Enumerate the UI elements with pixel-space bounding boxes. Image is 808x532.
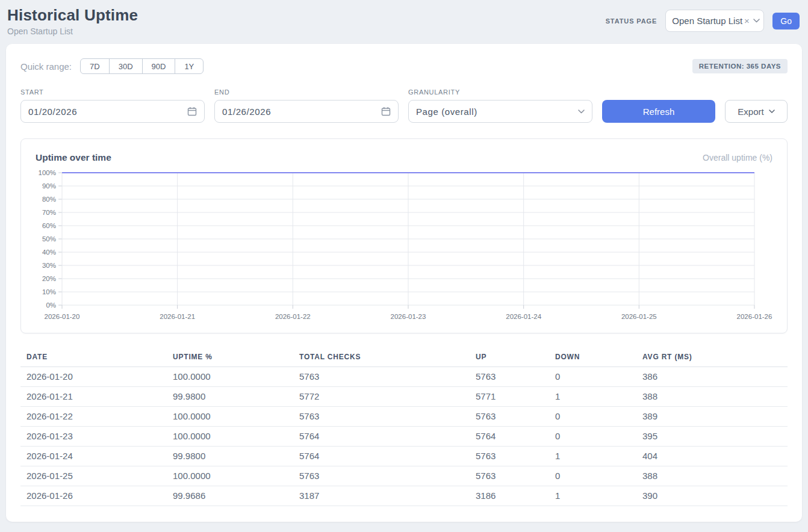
- quick-range-7d-button[interactable]: 7D: [80, 58, 110, 74]
- granularity-label: GRANULARITY: [408, 88, 592, 96]
- chevron-down-icon: [769, 110, 775, 113]
- table-row: 2026-01-2499.9800576457631404: [20, 447, 788, 466]
- end-date-value: 01/26/2026: [222, 107, 271, 117]
- y-axis-label: 100%: [39, 169, 56, 176]
- y-axis-label: 10%: [42, 288, 56, 295]
- x-axis-label: 2026-01-26: [737, 313, 772, 320]
- table-cell: 99.9800: [167, 447, 293, 466]
- refresh-button[interactable]: Refresh: [602, 100, 715, 123]
- uptime-table: DATEUPTIME %TOTAL CHECKSUPDOWNAVG RT (MS…: [20, 348, 788, 506]
- calendar-icon[interactable]: [187, 107, 197, 116]
- chevron-down-icon: [578, 110, 585, 114]
- table-cell: 3186: [470, 486, 549, 506]
- y-axis-label: 50%: [42, 235, 56, 243]
- y-axis-label: 40%: [42, 249, 56, 256]
- table-cell: 5764: [293, 427, 470, 447]
- uptime-table-container: DATEUPTIME %TOTAL CHECKSUPDOWNAVG RT (MS…: [20, 348, 788, 506]
- granularity-value: Page (overall): [416, 107, 477, 117]
- x-axis-label: 2026-01-23: [391, 313, 426, 320]
- retention-badge: RETENTION: 365 DAYS: [692, 59, 788, 73]
- chart-legend: Overall uptime (%): [703, 153, 772, 162]
- export-button[interactable]: Export: [725, 100, 788, 123]
- clear-selection-icon[interactable]: ×: [744, 16, 750, 26]
- end-date-field-group: END 01/26/2026: [214, 88, 399, 123]
- table-cell: 100.0000: [167, 367, 293, 387]
- table-cell: 404: [636, 447, 788, 466]
- table-cell: 99.9800: [167, 387, 293, 407]
- quick-range-90d-button[interactable]: 90D: [142, 58, 176, 74]
- table-row: 2026-01-23100.0000576457640395: [20, 427, 788, 447]
- table-row: 2026-01-25100.0000576357630388: [20, 466, 788, 486]
- quick-range-1y-button[interactable]: 1Y: [175, 58, 204, 74]
- status-page-select[interactable]: Open Startup List ×: [665, 10, 764, 32]
- table-cell: 5772: [293, 387, 470, 407]
- chevron-down-icon: [753, 19, 760, 23]
- title-block: Historical Uptime Open Startup List: [7, 6, 138, 36]
- table-cell: 2026-01-25: [20, 466, 167, 486]
- quick-range-row: Quick range: 7D30D90D1Y RETENTION: 365 D…: [20, 58, 788, 74]
- table-cell: 0: [549, 466, 636, 486]
- export-button-label: Export: [738, 107, 763, 117]
- x-axis-label: 2026-01-25: [621, 313, 657, 320]
- table-header-row: DATEUPTIME %TOTAL CHECKSUPDOWNAVG RT (MS…: [20, 348, 788, 367]
- chart-title: Uptime over time: [36, 152, 111, 163]
- table-cell: 2026-01-22: [20, 407, 167, 427]
- table-cell: 0: [549, 367, 636, 387]
- x-axis-label: 2026-01-24: [506, 313, 541, 320]
- y-axis-label: 20%: [42, 275, 56, 282]
- page-subtitle: Open Startup List: [7, 26, 138, 36]
- table-cell: 5763: [293, 466, 470, 486]
- granularity-select[interactable]: Page (overall): [408, 100, 592, 123]
- table-cell: 1: [549, 387, 636, 407]
- table-cell: 386: [636, 367, 788, 387]
- table-cell: 2026-01-24: [20, 447, 167, 466]
- status-page-label: STATUS PAGE: [606, 17, 657, 25]
- table-cell: 100.0000: [167, 466, 293, 486]
- table-cell: 5771: [470, 387, 549, 407]
- page-header: Historical Uptime Open Startup List STAT…: [0, 0, 808, 36]
- table-cell: 5764: [293, 447, 470, 466]
- table-cell: 0: [549, 427, 636, 447]
- status-page-selected-value: Open Startup List: [672, 16, 742, 26]
- table-cell: 1: [549, 447, 636, 466]
- table-cell: 100.0000: [167, 427, 293, 447]
- table-cell: 5763: [470, 367, 549, 387]
- x-axis-label: 2026-01-22: [275, 313, 311, 320]
- table-cell: 5763: [293, 367, 470, 387]
- page-title: Historical Uptime: [7, 6, 138, 25]
- go-button[interactable]: Go: [772, 13, 800, 29]
- y-axis-label: 30%: [42, 262, 56, 269]
- table-cell: 5763: [470, 447, 549, 466]
- table-cell: 2026-01-21: [20, 387, 167, 407]
- uptime-chart: 100%90%80%70%60%50%40%30%20%10%0%2026-01…: [36, 168, 774, 323]
- table-row: 2026-01-22100.0000576357630389: [20, 407, 788, 427]
- start-date-label: START: [20, 88, 205, 96]
- quick-range-group: 7D30D90D1Y: [80, 58, 204, 74]
- quick-range-label: Quick range:: [20, 61, 72, 72]
- y-axis-label: 80%: [42, 196, 56, 203]
- x-axis-label: 2026-01-21: [160, 313, 195, 320]
- column-header: UPTIME %: [167, 348, 293, 367]
- end-date-label: END: [214, 88, 399, 96]
- table-cell: 100.0000: [167, 407, 293, 427]
- end-date-input[interactable]: 01/26/2026: [214, 100, 399, 123]
- granularity-field-group: GRANULARITY Page (overall): [408, 88, 592, 123]
- table-cell: 5763: [293, 407, 470, 427]
- calendar-icon[interactable]: [381, 107, 391, 116]
- quick-range-30d-button[interactable]: 30D: [109, 58, 143, 74]
- y-axis-label: 60%: [42, 222, 56, 229]
- y-axis-label: 70%: [42, 209, 56, 216]
- table-cell: 389: [636, 407, 788, 427]
- table-cell: 99.9686: [167, 486, 293, 506]
- table-cell: 0: [549, 407, 636, 427]
- start-date-value: 01/20/2026: [28, 107, 77, 117]
- table-row: 2026-01-2199.9800577257711388: [20, 387, 788, 407]
- table-row: 2026-01-20100.0000576357630386: [20, 367, 788, 387]
- start-date-input[interactable]: 01/20/2026: [20, 100, 205, 123]
- main-panel: Quick range: 7D30D90D1Y RETENTION: 365 D…: [6, 44, 802, 522]
- table-cell: 2026-01-20: [20, 367, 167, 387]
- uptime-chart-card: Uptime over time Overall uptime (%) 100%…: [20, 138, 788, 333]
- column-header: DATE: [20, 348, 167, 367]
- y-axis-label: 90%: [42, 182, 56, 190]
- table-cell: 2026-01-26: [20, 486, 167, 506]
